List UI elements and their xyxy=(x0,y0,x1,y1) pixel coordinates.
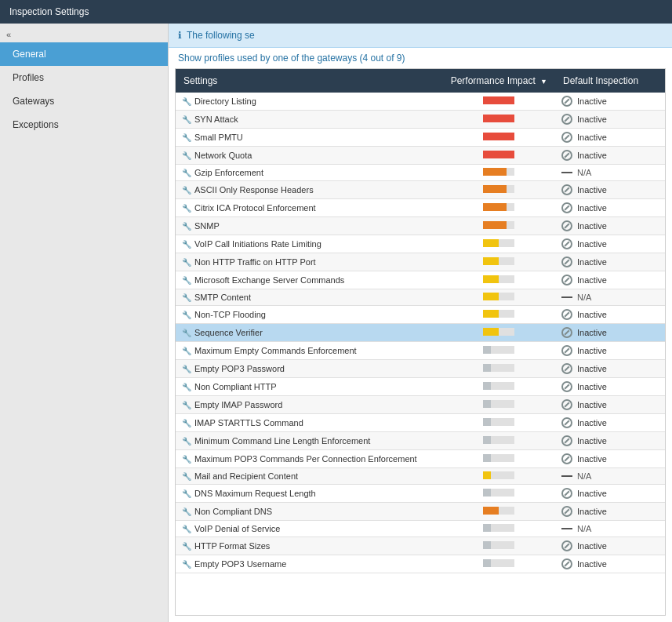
bar-segment xyxy=(499,471,507,479)
perf-bar xyxy=(483,471,514,479)
inactive-label: Inactive xyxy=(577,96,607,106)
perf-cell xyxy=(443,342,555,360)
bar-segment xyxy=(491,507,499,515)
show-profiles-link[interactable]: Show profiles used by one of the gateway… xyxy=(169,48,672,68)
table-row[interactable]: 🔧Minimum Command Line Length Enforcement… xyxy=(176,432,665,450)
settings-cell: 🔧Non-TCP Flooding xyxy=(176,306,443,324)
sidebar-item-exceptions[interactable]: Exceptions xyxy=(0,113,168,136)
inactive-icon xyxy=(561,345,572,356)
table-row[interactable]: 🔧Mail and Recipient ContentN/A xyxy=(176,468,665,485)
bar-segment xyxy=(507,454,514,462)
wrench-icon: 🔧 xyxy=(182,169,191,177)
sidebar-item-gateways[interactable]: Gateways xyxy=(0,89,168,113)
table-row[interactable]: 🔧Empty POP3 UsernameInactive xyxy=(176,555,665,573)
table-row[interactable]: 🔧SYN AttackInactive xyxy=(176,111,665,129)
inactive-label: Inactive xyxy=(577,328,607,337)
inactive-label: Inactive xyxy=(577,346,607,355)
default-cell: Inactive xyxy=(555,199,665,217)
perf-bar xyxy=(483,436,514,444)
inactive-label: Inactive xyxy=(577,115,607,124)
wrench-icon: 🔧 xyxy=(182,347,191,355)
table-row[interactable]: 🔧Sequence VerifierInactive xyxy=(176,324,665,342)
bar-segment xyxy=(483,507,491,515)
table-row[interactable]: 🔧Maximum POP3 Commands Per Connection En… xyxy=(176,450,665,468)
inactive-icon xyxy=(561,453,572,464)
inactive-icon xyxy=(561,363,572,374)
table-row[interactable]: 🔧Maximum Empty Commands EnforcementInact… xyxy=(176,342,665,360)
perf-cell xyxy=(443,306,555,324)
table-row[interactable]: 🔧DNS Maximum Request LengthInactive xyxy=(176,485,665,503)
bar-segment xyxy=(507,96,514,104)
na-label: N/A xyxy=(577,524,591,533)
bar-segment xyxy=(507,436,514,444)
table-row[interactable]: 🔧Citrix ICA Protocol EnforcementInactive xyxy=(176,199,665,217)
sidebar-item-profiles[interactable]: Profiles xyxy=(0,66,168,89)
table-row[interactable]: 🔧Non-TCP FloodingInactive xyxy=(176,306,665,324)
default-cell: Inactive xyxy=(555,342,665,360)
col-performance[interactable]: Performance Impact ▼ xyxy=(443,69,555,93)
bar-segment xyxy=(507,541,514,549)
wrench-icon: 🔧 xyxy=(182,365,191,373)
table-row[interactable]: 🔧HTTP Format SizesInactive xyxy=(176,537,665,555)
table-row[interactable]: 🔧ASCII Only Response HeadersInactive xyxy=(176,181,665,199)
bar-segment xyxy=(507,239,514,247)
wrench-icon: 🔧 xyxy=(182,507,191,516)
table-row[interactable]: 🔧Non Compliant DNSInactive xyxy=(176,503,665,521)
dash-icon xyxy=(561,172,572,173)
bar-segment xyxy=(507,151,514,158)
inactive-label: Inactive xyxy=(577,559,607,569)
perf-cell xyxy=(443,378,555,396)
sidebar-item-general[interactable]: General xyxy=(0,42,168,66)
bar-segment xyxy=(491,346,499,354)
dash-icon xyxy=(561,296,572,298)
table-row[interactable]: 🔧SMTP ContentN/A xyxy=(176,289,665,306)
table-row[interactable]: 🔧Empty IMAP PasswordInactive xyxy=(176,396,665,414)
table-row[interactable]: 🔧VoIP Denial of ServiceN/A xyxy=(176,521,665,537)
bar-segment xyxy=(483,346,491,354)
bar-segment xyxy=(491,364,499,372)
bar-segment xyxy=(483,382,491,390)
perf-bar xyxy=(483,221,514,229)
table-row[interactable]: 🔧Empty POP3 PasswordInactive xyxy=(176,360,665,378)
setting-name: Maximum Empty Commands Enforcement xyxy=(194,346,357,355)
table-row[interactable]: 🔧Gzip EnforcementN/A xyxy=(176,165,665,181)
inactive-icon xyxy=(561,540,572,551)
perf-bar xyxy=(483,275,514,283)
bar-segment xyxy=(483,203,491,211)
inactive-label: Inactive xyxy=(577,454,607,464)
table-row[interactable]: 🔧IMAP STARTTLS CommandInactive xyxy=(176,414,665,432)
inactive-label: Inactive xyxy=(577,221,607,231)
bar-segment xyxy=(483,185,491,193)
inactive-icon xyxy=(561,435,572,446)
bar-segment xyxy=(483,168,491,176)
bar-segment xyxy=(491,257,499,265)
settings-cell: 🔧VoIP Call Initiations Rate Limiting xyxy=(176,235,443,253)
back-arrow[interactable]: « xyxy=(0,27,168,42)
setting-name: Non Compliant DNS xyxy=(194,507,272,516)
table-row[interactable]: 🔧Non Compliant HTTPInactive xyxy=(176,378,665,396)
table-row[interactable]: 🔧Microsoft Exchange Server CommandsInact… xyxy=(176,271,665,289)
bar-segment xyxy=(483,221,491,229)
settings-cell: 🔧Empty POP3 Password xyxy=(176,360,443,378)
bar-segment xyxy=(491,221,499,229)
table-row[interactable]: 🔧VoIP Call Initiations Rate LimitingInac… xyxy=(176,235,665,253)
na-label: N/A xyxy=(577,293,591,302)
perf-cell xyxy=(443,199,555,217)
inactive-icon xyxy=(561,399,572,410)
setting-name: SYN Attack xyxy=(194,115,238,124)
settings-table: Settings Performance Impact ▼ Default In… xyxy=(176,69,665,573)
bar-segment xyxy=(491,559,499,567)
table-row[interactable]: 🔧Directory ListingInactive xyxy=(176,93,665,111)
wrench-icon: 🔧 xyxy=(182,401,191,409)
table-row[interactable]: 🔧Non HTTP Traffic on HTTP PortInactive xyxy=(176,253,665,271)
setting-name: DNS Maximum Request Length xyxy=(194,489,316,498)
settings-cell: 🔧SNMP xyxy=(176,217,443,235)
table-row[interactable]: 🔧SNMPInactive xyxy=(176,217,665,235)
perf-cell xyxy=(443,147,555,165)
bar-segment xyxy=(507,507,514,515)
table-row[interactable]: 🔧Network QuotaInactive xyxy=(176,147,665,165)
bar-segment xyxy=(499,489,507,497)
bar-segment xyxy=(491,203,499,211)
table-row[interactable]: 🔧Small PMTUInactive xyxy=(176,129,665,147)
default-cell: Inactive xyxy=(555,306,665,324)
